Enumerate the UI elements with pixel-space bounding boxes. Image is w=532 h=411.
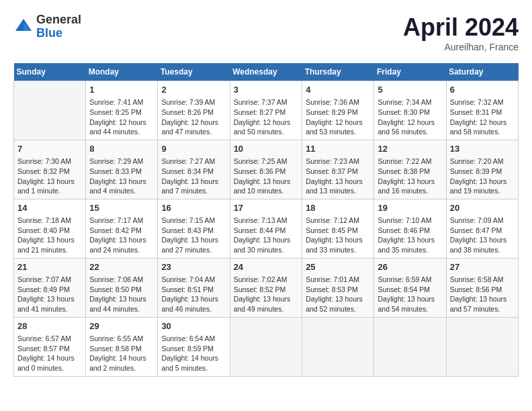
calendar-cell: 14Sunrise: 7:18 AM Sunset: 8:40 PM Dayli… bbox=[14, 199, 86, 258]
calendar-cell: 23Sunrise: 7:04 AM Sunset: 8:51 PM Dayli… bbox=[158, 258, 230, 317]
day-number: 13 bbox=[450, 143, 515, 155]
column-header-wednesday: Wednesday bbox=[230, 63, 302, 81]
day-number: 30 bbox=[161, 320, 226, 332]
day-number: 26 bbox=[378, 261, 442, 273]
column-header-sunday: Sunday bbox=[14, 63, 86, 81]
calendar-cell: 6Sunrise: 7:32 AM Sunset: 8:31 PM Daylig… bbox=[446, 81, 518, 140]
calendar-cell: 29Sunrise: 6:55 AM Sunset: 8:58 PM Dayli… bbox=[86, 317, 158, 376]
day-number: 10 bbox=[234, 143, 299, 155]
calendar-cell: 18Sunrise: 7:12 AM Sunset: 8:45 PM Dayli… bbox=[302, 199, 374, 258]
day-number: 15 bbox=[89, 202, 154, 214]
day-number: 4 bbox=[306, 84, 370, 96]
cell-info: Sunrise: 7:32 AM Sunset: 8:31 PM Dayligh… bbox=[450, 97, 515, 137]
cell-content: 27Sunrise: 6:58 AM Sunset: 8:56 PM Dayli… bbox=[450, 261, 515, 314]
calendar-cell: 5Sunrise: 7:34 AM Sunset: 8:30 PM Daylig… bbox=[374, 81, 446, 140]
day-number: 11 bbox=[306, 143, 370, 155]
logo-blue: Blue bbox=[36, 27, 81, 40]
title-block: April 2024 Aureilhan, France bbox=[403, 13, 519, 52]
calendar-cell: 26Sunrise: 6:59 AM Sunset: 8:54 PM Dayli… bbox=[374, 258, 446, 317]
column-header-tuesday: Tuesday bbox=[158, 63, 230, 81]
cell-info: Sunrise: 7:07 AM Sunset: 8:49 PM Dayligh… bbox=[17, 275, 82, 314]
calendar-cell: 10Sunrise: 7:25 AM Sunset: 8:36 PM Dayli… bbox=[230, 140, 302, 199]
day-number: 14 bbox=[17, 202, 82, 214]
cell-info: Sunrise: 7:36 AM Sunset: 8:29 PM Dayligh… bbox=[306, 97, 370, 137]
day-number: 2 bbox=[161, 84, 226, 96]
day-number: 25 bbox=[306, 261, 370, 273]
column-header-friday: Friday bbox=[374, 63, 446, 81]
month-title: April 2024 bbox=[403, 13, 519, 42]
cell-info: Sunrise: 7:25 AM Sunset: 8:36 PM Dayligh… bbox=[234, 156, 299, 196]
calendar-cell: 25Sunrise: 7:01 AM Sunset: 8:53 PM Dayli… bbox=[302, 258, 374, 317]
calendar-cell bbox=[302, 317, 374, 376]
day-number: 19 bbox=[378, 202, 442, 214]
week-row-2: 7Sunrise: 7:30 AM Sunset: 8:32 PM Daylig… bbox=[14, 140, 519, 199]
calendar-cell: 8Sunrise: 7:29 AM Sunset: 8:33 PM Daylig… bbox=[86, 140, 158, 199]
cell-info: Sunrise: 6:55 AM Sunset: 8:58 PM Dayligh… bbox=[89, 334, 154, 373]
day-number: 5 bbox=[378, 84, 442, 96]
calendar-cell: 2Sunrise: 7:39 AM Sunset: 8:26 PM Daylig… bbox=[158, 81, 230, 140]
day-number: 8 bbox=[89, 143, 154, 155]
cell-content: 4Sunrise: 7:36 AM Sunset: 8:29 PM Daylig… bbox=[306, 84, 370, 137]
calendar-cell: 21Sunrise: 7:07 AM Sunset: 8:49 PM Dayli… bbox=[14, 258, 86, 317]
page-header: General Blue April 2024 Aureilhan, Franc… bbox=[13, 13, 519, 52]
cell-info: Sunrise: 7:18 AM Sunset: 8:40 PM Dayligh… bbox=[17, 216, 82, 255]
cell-content: 13Sunrise: 7:20 AM Sunset: 8:39 PM Dayli… bbox=[450, 143, 515, 196]
column-header-monday: Monday bbox=[86, 63, 158, 81]
logo-general: General bbox=[36, 13, 81, 27]
cell-info: Sunrise: 7:20 AM Sunset: 8:39 PM Dayligh… bbox=[450, 156, 515, 196]
calendar-cell: 28Sunrise: 6:57 AM Sunset: 8:57 PM Dayli… bbox=[14, 317, 86, 376]
cell-content: 23Sunrise: 7:04 AM Sunset: 8:51 PM Dayli… bbox=[161, 261, 226, 314]
cell-info: Sunrise: 6:54 AM Sunset: 8:59 PM Dayligh… bbox=[161, 334, 226, 373]
calendar-cell: 19Sunrise: 7:10 AM Sunset: 8:46 PM Dayli… bbox=[374, 199, 446, 258]
cell-content: 21Sunrise: 7:07 AM Sunset: 8:49 PM Dayli… bbox=[17, 261, 82, 314]
cell-info: Sunrise: 7:09 AM Sunset: 8:47 PM Dayligh… bbox=[450, 216, 515, 255]
cell-info: Sunrise: 7:29 AM Sunset: 8:33 PM Dayligh… bbox=[89, 156, 154, 196]
cell-content: 20Sunrise: 7:09 AM Sunset: 8:47 PM Dayli… bbox=[450, 202, 515, 255]
cell-content: 24Sunrise: 7:02 AM Sunset: 8:52 PM Dayli… bbox=[234, 261, 299, 314]
calendar-cell: 4Sunrise: 7:36 AM Sunset: 8:29 PM Daylig… bbox=[302, 81, 374, 140]
cell-content: 28Sunrise: 6:57 AM Sunset: 8:57 PM Dayli… bbox=[17, 320, 82, 373]
location-subtitle: Aureilhan, France bbox=[403, 42, 519, 52]
day-number: 7 bbox=[17, 143, 82, 155]
calendar-cell bbox=[14, 81, 86, 140]
cell-content: 5Sunrise: 7:34 AM Sunset: 8:30 PM Daylig… bbox=[378, 84, 442, 137]
day-number: 6 bbox=[450, 84, 515, 96]
calendar-cell: 15Sunrise: 7:17 AM Sunset: 8:42 PM Dayli… bbox=[86, 199, 158, 258]
cell-info: Sunrise: 7:12 AM Sunset: 8:45 PM Dayligh… bbox=[306, 216, 370, 255]
week-row-4: 21Sunrise: 7:07 AM Sunset: 8:49 PM Dayli… bbox=[14, 258, 519, 317]
calendar-cell: 7Sunrise: 7:30 AM Sunset: 8:32 PM Daylig… bbox=[14, 140, 86, 199]
cell-info: Sunrise: 7:17 AM Sunset: 8:42 PM Dayligh… bbox=[89, 216, 154, 255]
day-number: 27 bbox=[450, 261, 515, 273]
cell-content: 12Sunrise: 7:22 AM Sunset: 8:38 PM Dayli… bbox=[378, 143, 442, 196]
cell-content: 6Sunrise: 7:32 AM Sunset: 8:31 PM Daylig… bbox=[450, 84, 515, 137]
cell-info: Sunrise: 7:15 AM Sunset: 8:43 PM Dayligh… bbox=[161, 216, 226, 255]
cell-content: 11Sunrise: 7:23 AM Sunset: 8:37 PM Dayli… bbox=[306, 143, 370, 196]
cell-content: 9Sunrise: 7:27 AM Sunset: 8:34 PM Daylig… bbox=[161, 143, 226, 196]
calendar-cell: 13Sunrise: 7:20 AM Sunset: 8:39 PM Dayli… bbox=[446, 140, 518, 199]
day-number: 28 bbox=[17, 320, 82, 332]
day-number: 22 bbox=[89, 261, 154, 273]
calendar-cell bbox=[374, 317, 446, 376]
calendar-cell: 20Sunrise: 7:09 AM Sunset: 8:47 PM Dayli… bbox=[446, 199, 518, 258]
cell-info: Sunrise: 7:01 AM Sunset: 8:53 PM Dayligh… bbox=[306, 275, 370, 314]
cell-info: Sunrise: 6:57 AM Sunset: 8:57 PM Dayligh… bbox=[17, 334, 82, 373]
day-number: 23 bbox=[161, 261, 226, 273]
day-number: 20 bbox=[450, 202, 515, 214]
week-row-3: 14Sunrise: 7:18 AM Sunset: 8:40 PM Dayli… bbox=[14, 199, 519, 258]
cell-info: Sunrise: 7:27 AM Sunset: 8:34 PM Dayligh… bbox=[161, 156, 226, 196]
cell-content: 14Sunrise: 7:18 AM Sunset: 8:40 PM Dayli… bbox=[17, 202, 82, 255]
column-header-saturday: Saturday bbox=[446, 63, 518, 81]
cell-info: Sunrise: 7:06 AM Sunset: 8:50 PM Dayligh… bbox=[89, 275, 154, 314]
calendar-cell: 22Sunrise: 7:06 AM Sunset: 8:50 PM Dayli… bbox=[86, 258, 158, 317]
cell-content: 10Sunrise: 7:25 AM Sunset: 8:36 PM Dayli… bbox=[234, 143, 299, 196]
logo-icon bbox=[13, 17, 34, 37]
calendar-cell: 12Sunrise: 7:22 AM Sunset: 8:38 PM Dayli… bbox=[374, 140, 446, 199]
day-number: 16 bbox=[161, 202, 226, 214]
cell-info: Sunrise: 7:41 AM Sunset: 8:25 PM Dayligh… bbox=[89, 97, 154, 137]
calendar-cell: 11Sunrise: 7:23 AM Sunset: 8:37 PM Dayli… bbox=[302, 140, 374, 199]
calendar-cell bbox=[446, 317, 518, 376]
cell-content: 8Sunrise: 7:29 AM Sunset: 8:33 PM Daylig… bbox=[89, 143, 154, 196]
cell-info: Sunrise: 6:59 AM Sunset: 8:54 PM Dayligh… bbox=[378, 275, 442, 314]
week-row-1: 1Sunrise: 7:41 AM Sunset: 8:25 PM Daylig… bbox=[14, 81, 519, 140]
calendar-cell: 30Sunrise: 6:54 AM Sunset: 8:59 PM Dayli… bbox=[158, 317, 230, 376]
